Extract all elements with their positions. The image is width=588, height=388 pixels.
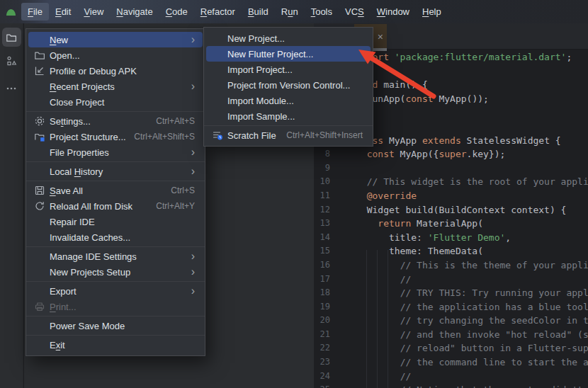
menubar-item-file[interactable]: File	[21, 3, 49, 21]
menu-separator	[26, 161, 205, 162]
menu-item-export[interactable]: Export›	[28, 283, 203, 299]
menubar-item-vcs[interactable]: VCS	[339, 3, 371, 21]
menu-item-import-module[interactable]: Import Module...	[206, 93, 371, 108]
line-number: 21	[314, 328, 330, 342]
code-line: 16 // This is the theme of your applicat…	[314, 258, 588, 273]
menu-item-open[interactable]: Open...	[28, 47, 203, 63]
menu-item-reload-all-from-disk[interactable]: Reload All from DiskCtrl+Alt+Y	[28, 198, 203, 214]
structure-icon[interactable]	[2, 51, 21, 70]
menu-separator	[26, 316, 205, 316]
menu-item-icon-blank	[34, 147, 45, 158]
menu-item-label: Exit	[50, 340, 65, 350]
code-text	[330, 161, 356, 176]
code-text: // and then invoke "hot reload" (save yo…	[330, 328, 588, 342]
code-line: 13 return MaterialApp(	[314, 217, 588, 231]
code-line: 20 // try changing the seedColor in the …	[314, 314, 588, 328]
menu-item-shortcut: Ctrl+S	[171, 186, 195, 195]
menu-item-close-project[interactable]: Close Project	[28, 94, 203, 110]
menubar-item-code[interactable]: Code	[159, 3, 194, 21]
reload-icon	[34, 200, 45, 212]
menu-item-scratch-file[interactable]: Scratch FileCtrl+Alt+Shift+Insert	[206, 127, 371, 143]
code-text: Widget build(BuildContext context) {	[330, 203, 566, 217]
code-line: 18 // TRY THIS: Try running your applica…	[314, 286, 588, 300]
menu-separator	[26, 281, 205, 282]
chevron-right-icon: ›	[191, 285, 195, 297]
menu-item-manage-ide-settings[interactable]: Manage IDE Settings›	[28, 249, 203, 264]
menubar-item-navigate[interactable]: Navigate	[110, 3, 159, 21]
more-tool-windows-icon[interactable]	[2, 79, 21, 98]
menu-item-label: Local History	[50, 166, 103, 177]
menu-item-icon-blank	[34, 216, 45, 227]
menu-item-print[interactable]: Print...	[28, 299, 203, 314]
menu-item-label: File Properties	[50, 147, 109, 158]
menu-item-label: Import Sample...	[227, 111, 295, 122]
menu-item-icon-blank	[212, 79, 223, 91]
menu-item-icon-blank	[212, 48, 223, 59]
code-text: // reload" button in a Flutter-supported…	[330, 341, 588, 355]
menu-item-import-project[interactable]: Import Project...	[206, 62, 371, 77]
menu-item-import-sample[interactable]: Import Sample...	[206, 108, 371, 124]
menubar-item-edit[interactable]: Edit	[49, 3, 77, 21]
code-line: 14 title: 'Flutter Demo',	[314, 231, 588, 245]
menu-item-icon-blank	[34, 251, 45, 262]
menu-item-label: Project Structure...	[50, 132, 126, 142]
menu-item-icon-blank	[34, 320, 45, 331]
scratch-file-icon	[212, 130, 223, 141]
menu-item-label: Export	[50, 286, 77, 297]
code-text: // TRY THIS: Try running your applicatio…	[330, 286, 588, 300]
line-number: 9	[314, 161, 330, 176]
code-line: 11 @override	[314, 189, 588, 203]
menu-item-project-from-version-control[interactable]: Project from Version Control...	[206, 77, 371, 93]
menu-item-save-all[interactable]: Save AllCtrl+S	[28, 183, 203, 198]
menu-item-new-projects-setup[interactable]: New Projects Setup›	[28, 264, 203, 280]
menubar-item-run[interactable]: Run	[275, 3, 305, 21]
menu-item-shortcut: Ctrl+Alt+Y	[156, 201, 195, 211]
titlebar: FileEditViewNavigateCodeRefactorBuildRun…	[0, 0, 588, 23]
save-icon	[34, 185, 45, 196]
menu-item-power-save-mode[interactable]: Power Save Mode	[28, 318, 203, 333]
printer-icon	[34, 301, 45, 312]
menu-item-project-structure[interactable]: Project Structure...Ctrl+Alt+Shift+S	[28, 129, 203, 144]
menu-item-label: Settings...	[50, 116, 91, 127]
chevron-right-icon: ›	[191, 147, 195, 158]
menubar-item-build[interactable]: Build	[242, 3, 275, 21]
project-folder-icon[interactable]	[2, 28, 21, 47]
chevron-right-icon: ›	[191, 81, 195, 92]
menu-item-settings[interactable]: Settings...Ctrl+Alt+S	[28, 113, 203, 129]
menubar-item-view[interactable]: View	[77, 3, 110, 21]
menu-item-label: Reload All from Disk	[50, 201, 132, 212]
new-submenu-popup: New Project...New Flutter Project...Impo…	[203, 27, 373, 147]
menubar: FileEditViewNavigateCodeRefactorBuildRun…	[21, 0, 448, 23]
menu-item-new-flutter-project[interactable]: New Flutter Project...	[206, 46, 371, 62]
menu-item-new-project[interactable]: New Project...	[206, 30, 371, 46]
menubar-item-help[interactable]: Help	[416, 3, 448, 21]
menu-item-new[interactable]: New›	[28, 32, 203, 47]
code-line: 17 //	[314, 273, 588, 287]
menu-item-shortcut: Ctrl+Alt+Shift+S	[134, 132, 195, 142]
tab-close-icon[interactable]: ×	[378, 32, 383, 42]
menu-item-label: New Project...	[227, 33, 285, 44]
menu-item-repair-ide[interactable]: Repair IDE	[28, 214, 203, 229]
code-text: theme: ThemeData(	[330, 244, 483, 258]
menu-item-icon-blank	[212, 33, 223, 44]
line-number: 13	[314, 217, 330, 231]
menubar-item-window[interactable]: Window	[371, 3, 416, 21]
menu-item-exit[interactable]: Exit	[28, 337, 203, 353]
line-number: 23	[314, 355, 330, 370]
menu-item-recent-projects[interactable]: Recent Projects›	[28, 79, 203, 94]
menu-item-icon-blank	[34, 339, 45, 350]
menu-separator	[26, 335, 205, 336]
menubar-item-refactor[interactable]: Refactor	[194, 3, 242, 21]
menu-item-file-properties[interactable]: File Properties›	[28, 144, 203, 160]
menubar-item-tools[interactable]: Tools	[305, 3, 339, 21]
menu-item-local-history[interactable]: Local History›	[28, 164, 203, 179]
ide-window: FileEditViewNavigateCodeRefactorBuildRun…	[0, 0, 588, 388]
menu-separator	[26, 181, 205, 181]
menu-item-label: Import Module...	[227, 96, 294, 106]
menu-item-invalidate-caches[interactable]: Invalidate Caches...	[28, 229, 203, 245]
menu-item-label: Invalidate Caches...	[50, 232, 130, 243]
line-number: 25	[314, 383, 330, 388]
line-number: 24	[314, 370, 330, 384]
menu-item-label: Manage IDE Settings	[50, 251, 137, 262]
menu-item-profile-or-debug-apk[interactable]: Profile or Debug APK	[28, 63, 203, 79]
